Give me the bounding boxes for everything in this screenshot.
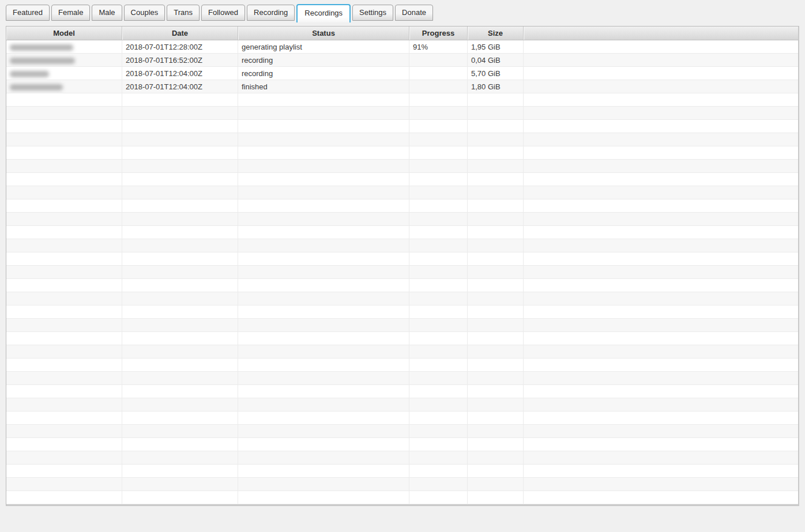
tab-male[interactable]: Male bbox=[92, 5, 122, 21]
cell-model bbox=[6, 239, 122, 252]
cell-status: recording bbox=[238, 54, 409, 67]
table-row[interactable]: 2018-07-01T16:52:00Zrecording0,04 GiB bbox=[6, 54, 798, 67]
cell-filler bbox=[524, 372, 798, 385]
table-row-empty bbox=[6, 107, 798, 120]
cell-filler bbox=[524, 305, 798, 319]
cell-status bbox=[238, 345, 409, 359]
cell-model bbox=[6, 305, 122, 319]
tab-donate[interactable]: Donate bbox=[395, 5, 433, 21]
cell-status bbox=[238, 93, 409, 107]
column-header-status[interactable]: Status bbox=[238, 27, 409, 40]
cell-filler bbox=[524, 266, 798, 279]
cell-filler bbox=[524, 186, 798, 199]
cell-filler bbox=[524, 160, 798, 173]
cell-status bbox=[238, 199, 409, 213]
redacted-model-name bbox=[10, 84, 63, 90]
cell-date bbox=[122, 332, 238, 345]
cell-date bbox=[122, 133, 238, 146]
cell-progress bbox=[409, 239, 468, 252]
cell-size bbox=[468, 107, 524, 120]
cell-filler bbox=[524, 332, 798, 345]
table-row[interactable]: 2018-07-01T12:28:00Zgenerating playlist9… bbox=[6, 40, 798, 54]
tab-couples[interactable]: Couples bbox=[124, 5, 165, 21]
cell-progress bbox=[409, 213, 468, 226]
cell-date bbox=[122, 412, 238, 425]
cell-progress bbox=[409, 292, 468, 305]
tab-featured[interactable]: Featured bbox=[6, 5, 50, 21]
table-row[interactable]: 2018-07-01T12:04:00Zrecording5,70 GiB bbox=[6, 67, 798, 80]
cell-model bbox=[6, 266, 122, 279]
cell-model bbox=[6, 107, 122, 120]
cell-status bbox=[238, 412, 409, 425]
tab-followed[interactable]: Followed bbox=[201, 5, 245, 21]
cell-date bbox=[122, 305, 238, 319]
cell-size bbox=[468, 372, 524, 385]
cell-status: recording bbox=[238, 67, 409, 80]
tab-female[interactable]: Female bbox=[51, 5, 90, 21]
cell-size bbox=[468, 266, 524, 279]
cell-filler bbox=[524, 54, 798, 67]
column-header-size[interactable]: Size bbox=[468, 27, 524, 40]
cell-date bbox=[122, 120, 238, 133]
cell-model bbox=[6, 451, 122, 465]
cell-filler bbox=[524, 438, 798, 451]
cell-filler bbox=[524, 173, 798, 186]
cell-progress bbox=[409, 199, 468, 213]
redacted-model-name bbox=[10, 71, 49, 77]
cell-date bbox=[122, 345, 238, 359]
tab-recordings[interactable]: Recordings bbox=[296, 4, 351, 22]
cell-date bbox=[122, 478, 238, 491]
cell-filler bbox=[524, 67, 798, 80]
cell-status bbox=[238, 213, 409, 226]
cell-size bbox=[468, 438, 524, 451]
column-header-filler bbox=[524, 27, 798, 40]
cell-filler bbox=[524, 199, 798, 213]
table-row-empty bbox=[6, 239, 798, 252]
cell-status bbox=[238, 332, 409, 345]
cell-date bbox=[122, 359, 238, 372]
cell-progress bbox=[409, 412, 468, 425]
cell-progress bbox=[409, 226, 468, 239]
table-row-empty bbox=[6, 279, 798, 292]
cell-size bbox=[468, 319, 524, 332]
column-header-progress[interactable]: Progress bbox=[409, 27, 468, 40]
cell-progress bbox=[409, 93, 468, 107]
cell-progress bbox=[409, 279, 468, 292]
table-row-empty bbox=[6, 252, 798, 266]
cell-status bbox=[238, 133, 409, 146]
tab-trans[interactable]: Trans bbox=[167, 5, 200, 21]
cell-date bbox=[122, 398, 238, 412]
cell-status bbox=[238, 425, 409, 438]
cell-progress bbox=[409, 425, 468, 438]
column-header-date[interactable]: Date bbox=[122, 27, 238, 40]
cell-model bbox=[6, 412, 122, 425]
cell-progress bbox=[409, 80, 468, 93]
cell-status bbox=[238, 385, 409, 398]
table-row-empty bbox=[6, 478, 798, 491]
cell-progress bbox=[409, 438, 468, 451]
cell-size bbox=[468, 93, 524, 107]
cell-status bbox=[238, 292, 409, 305]
tab-bar: FeaturedFemaleMaleCouplesTransFollowedRe… bbox=[0, 0, 805, 21]
cell-progress: 91% bbox=[409, 40, 468, 54]
cell-size bbox=[468, 239, 524, 252]
table-row-empty bbox=[6, 425, 798, 438]
cell-progress bbox=[409, 266, 468, 279]
cell-filler bbox=[524, 491, 798, 504]
column-header-model[interactable]: Model bbox=[6, 27, 122, 40]
tab-recording[interactable]: Recording bbox=[247, 5, 295, 21]
cell-size bbox=[468, 213, 524, 226]
cell-model bbox=[6, 186, 122, 199]
tab-settings[interactable]: Settings bbox=[352, 5, 393, 21]
table-row-empty bbox=[6, 213, 798, 226]
table-row[interactable]: 2018-07-01T12:04:00Zfinished1,80 GiB bbox=[6, 80, 798, 93]
cell-date bbox=[122, 491, 238, 504]
cell-status bbox=[238, 319, 409, 332]
cell-date: 2018-07-01T12:04:00Z bbox=[122, 67, 238, 80]
redacted-model-name bbox=[10, 58, 75, 64]
cell-date bbox=[122, 319, 238, 332]
cell-filler bbox=[524, 213, 798, 226]
cell-date bbox=[122, 372, 238, 385]
cell-progress bbox=[409, 359, 468, 372]
cell-size bbox=[468, 133, 524, 146]
